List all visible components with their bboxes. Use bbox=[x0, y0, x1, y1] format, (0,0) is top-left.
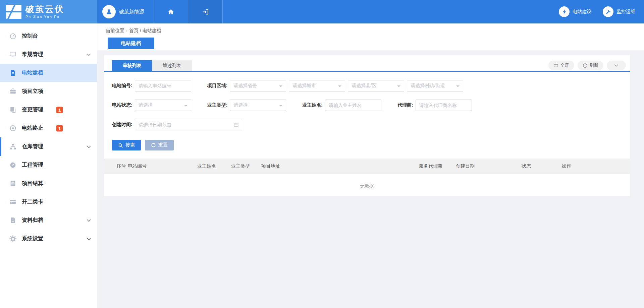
logo-icon bbox=[6, 5, 21, 19]
sidebar-item-label: 工程管理 bbox=[22, 162, 43, 169]
town-select[interactable]: 请选择村镇/街道 bbox=[407, 80, 463, 91]
town-select-value: 请选择村镇/街道 bbox=[411, 83, 445, 89]
user-name: 破茧新能源 bbox=[119, 9, 144, 15]
sidebar-item-project-initiation[interactable]: 项目立项 bbox=[0, 82, 97, 101]
sidebar-item-station-termination[interactable]: 电站终止 1 bbox=[0, 119, 97, 137]
sidebar-item-data-archive[interactable]: 资料归档 bbox=[0, 211, 97, 230]
briefcase-icon bbox=[9, 88, 16, 95]
logout-button[interactable] bbox=[188, 0, 223, 23]
chevron-down-icon bbox=[87, 219, 91, 222]
empty-state: 无数据 bbox=[104, 174, 630, 198]
sidebar-item-console[interactable]: 控制台 bbox=[0, 27, 97, 45]
sidebar-item-general-mgmt[interactable]: 常规管理 bbox=[0, 45, 97, 64]
county-select-value: 请选择县/区 bbox=[352, 83, 376, 89]
city-select[interactable]: 请选择城市 bbox=[289, 80, 345, 91]
chevron-down-icon bbox=[614, 64, 619, 67]
col-create-date: 创建日期 bbox=[456, 163, 522, 169]
chevron-down-icon bbox=[87, 145, 91, 148]
caret-down-icon bbox=[279, 105, 282, 108]
date-range-input[interactable] bbox=[135, 122, 233, 127]
col-index: 序号 bbox=[117, 163, 128, 169]
logout-icon bbox=[202, 8, 209, 15]
sidebar-item-project-settlement[interactable]: 项目结算 bbox=[0, 174, 97, 193]
station-status-value: 请选择 bbox=[139, 102, 153, 108]
breadcrumb-bar: 当前位置：首页 / 电站建档 电站建档 bbox=[97, 23, 644, 50]
card-icon bbox=[9, 198, 16, 206]
station-status-label: 电站状态: bbox=[112, 102, 132, 108]
county-select[interactable]: 请选择县/区 bbox=[348, 80, 404, 91]
sidebar-item-label: 仓库管理 bbox=[22, 143, 43, 150]
sidebar-item-label: 控制台 bbox=[22, 33, 38, 40]
target-icon bbox=[9, 125, 16, 132]
col-owner-name: 业主姓名 bbox=[197, 163, 231, 169]
owner-type-value: 请选择 bbox=[233, 102, 248, 108]
col-station-no: 电站编号 bbox=[128, 163, 197, 169]
filter-actions: 搜索 重置 bbox=[104, 139, 630, 150]
breadcrumb-prefix: 当前位置： bbox=[106, 28, 129, 33]
archive-doc-icon bbox=[9, 217, 16, 224]
agent-input[interactable] bbox=[416, 100, 472, 111]
table-header-row: 序号 电站编号 业主姓名 业主类型 项目地址 服务代理商 创建日期 状态 操作 bbox=[104, 159, 630, 174]
search-label: 搜索 bbox=[125, 142, 135, 148]
search-icon bbox=[118, 143, 123, 148]
notification-badge: 1 bbox=[56, 125, 63, 131]
agent-label: 代理商: bbox=[397, 102, 413, 108]
collapse-button[interactable] bbox=[607, 61, 626, 70]
sidebar-item-change-mgmt[interactable]: 变更管理 1 bbox=[0, 101, 97, 119]
date-range-picker[interactable] bbox=[135, 119, 242, 130]
col-project-address: 项目地址 bbox=[261, 163, 419, 169]
sidebar: 控制台 常规管理 电站建档 bbox=[0, 23, 97, 308]
caret-down-icon bbox=[338, 85, 341, 89]
dashboard-icon bbox=[9, 33, 16, 40]
col-owner-type: 业主类型 bbox=[231, 163, 261, 169]
gear-icon bbox=[9, 235, 16, 243]
page-tab-station-filing[interactable]: 电站建档 bbox=[108, 38, 154, 49]
owner-name-input[interactable] bbox=[325, 100, 381, 111]
nav-station-build[interactable]: 电站建设 bbox=[559, 6, 591, 17]
content-area: 审核列表 通过列表 全屏 bbox=[97, 50, 644, 308]
sidebar-item-label: 开二类卡 bbox=[22, 198, 43, 205]
copy-pages-icon bbox=[9, 106, 16, 114]
province-select-value: 请选择省份 bbox=[233, 83, 257, 89]
tab-passed-list[interactable]: 通过列表 bbox=[152, 60, 192, 71]
create-time-label: 创建时间: bbox=[112, 122, 132, 128]
sidebar-item-station-filing[interactable]: 电站建档 bbox=[0, 64, 97, 82]
nav-monitor-ops[interactable]: 监控运维 bbox=[603, 6, 635, 17]
col-service-agent: 服务代理商 bbox=[419, 163, 456, 169]
sidebar-item-label: 常规管理 bbox=[22, 51, 43, 58]
province-select[interactable]: 请选择省份 bbox=[230, 80, 286, 91]
owner-type-select[interactable]: 请选择 bbox=[230, 100, 286, 111]
fullscreen-button[interactable]: 全屏 bbox=[548, 61, 574, 70]
user-menu[interactable]: 破茧新能源 bbox=[97, 0, 154, 23]
tabs-row: 审核列表 通过列表 全屏 bbox=[104, 55, 630, 72]
caret-down-icon bbox=[397, 85, 400, 89]
reset-button[interactable]: 重置 bbox=[145, 140, 174, 150]
city-select-value: 请选择城市 bbox=[292, 83, 316, 89]
nav-station-build-label: 电站建设 bbox=[573, 9, 591, 15]
refresh-button[interactable]: 刷新 bbox=[578, 61, 603, 70]
station-no-input[interactable] bbox=[135, 80, 191, 91]
sidebar-item-open-class2-card[interactable]: 开二类卡 bbox=[0, 193, 97, 211]
search-button[interactable]: 搜索 bbox=[112, 140, 141, 150]
app-logo: 破茧云伏 Po Jian Yun Fu bbox=[0, 0, 97, 23]
sidebar-item-label: 电站终止 bbox=[22, 125, 43, 132]
sidebar-item-label: 项目结算 bbox=[22, 180, 43, 187]
document-icon bbox=[9, 69, 16, 77]
station-status-select[interactable]: 请选择 bbox=[135, 100, 191, 111]
main-area: 当前位置：首页 / 电站建档 电站建档 审核列表 通过列表 全屏 bbox=[97, 23, 644, 308]
sidebar-item-label: 资料归档 bbox=[22, 217, 43, 224]
sidebar-item-engineering-mgmt[interactable]: 工程管理 bbox=[0, 156, 97, 174]
sidebar-item-system-settings[interactable]: 系统设置 bbox=[0, 230, 97, 248]
sidebar-item-label: 变更管理 bbox=[22, 106, 43, 113]
region-label: 项目区域: bbox=[207, 83, 228, 89]
sidebar-item-warehouse-mgmt[interactable]: 仓库管理 bbox=[0, 137, 97, 156]
col-actions: 操作 bbox=[562, 163, 630, 169]
user-icon bbox=[105, 8, 113, 15]
refresh-icon bbox=[583, 63, 588, 68]
nav-monitor-ops-label: 监控运维 bbox=[616, 9, 635, 15]
home-button[interactable] bbox=[154, 0, 188, 23]
breadcrumb-path: 首页 / 电站建档 bbox=[129, 28, 161, 33]
tab-review-list[interactable]: 审核列表 bbox=[112, 60, 152, 71]
caret-down-icon bbox=[279, 85, 282, 89]
logo-title: 破茧云伏 bbox=[25, 5, 64, 14]
